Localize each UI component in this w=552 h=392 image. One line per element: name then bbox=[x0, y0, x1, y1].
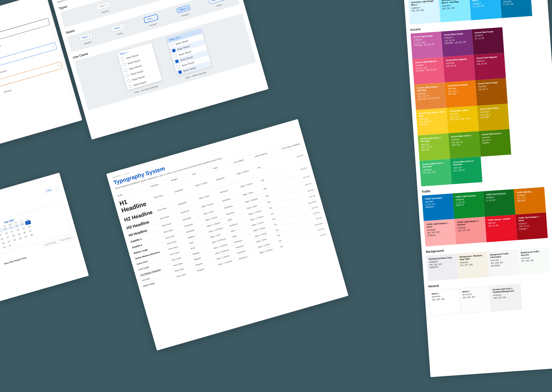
filter-dropdown-open-selected[interactable]: Filters (3) ▾ Basic Result✓Basic ResultB… bbox=[166, 28, 212, 76]
color-swatch: Traffic Warning#D86E00191, 72, 0#BF4800 bbox=[514, 187, 546, 215]
color-swatch: Accent Dark Green 1#45840988, 132, 9#568… bbox=[479, 129, 511, 157]
color-swatch: Traffic Light Success#0B8A2E0, 135, 55#0… bbox=[452, 191, 485, 219]
color-swatch: Accent Base Green 1#59A018132, 204, 34#8… bbox=[448, 131, 481, 159]
viewport: Alert Title Non-Closable Alert Title Des… bbox=[0, 0, 552, 392]
filter-dropdown-open[interactable]: Filters ▾ Basic ResultBasic ResultBasic … bbox=[117, 42, 162, 90]
color-swatch: Secondary Light Bright Blue 3#20B6F510, … bbox=[469, 0, 502, 20]
color-swatch: Accent Dark Magenta#9B1341155, 20, 65 bbox=[474, 53, 506, 80]
swatch-grid: Accent Light Purple#C861A8213, 97, 168#A… bbox=[410, 24, 552, 186]
color-swatch: Traffic Light Danger 2 - Pressed#F994952… bbox=[454, 217, 487, 244]
color-swatch: Accent Base Magenta#CE3262206, 50, 98 bbox=[443, 55, 475, 82]
artboard-color-palette: SecondarySecondary Light Bright Blue 1#D… bbox=[403, 0, 552, 377]
color-swatch: Traffic Informative#0073BD0, 179, 175#00… bbox=[422, 193, 454, 221]
color-swatch: Background - Weekend Data Table#F5F1E424… bbox=[457, 251, 489, 279]
pill-label: Filters bbox=[119, 52, 126, 56]
pill-label: Filters bbox=[99, 4, 105, 8]
color-swatch: Accent Base Green 2 - Heat Map#0FA15A142… bbox=[450, 157, 483, 184]
chevron-down-icon: ▾ bbox=[106, 3, 108, 6]
color-swatch: Traffic Light Danger 1 - Hover#FFB0B0255… bbox=[424, 219, 456, 247]
chevron-down-icon: ▾ bbox=[89, 35, 90, 37]
checkbox-icon: ✓ bbox=[178, 70, 182, 74]
color-swatch: Accent Dark Orange#A35400163, 84, 0 bbox=[475, 78, 508, 106]
chevron-down-icon: ▾ bbox=[186, 7, 188, 9]
color-swatch: Background Traffic Success#F7FCF8247, 25… bbox=[518, 247, 550, 275]
checkbox-icon bbox=[128, 84, 132, 88]
color-swatch: Accent Base Yellow#EFC206236, 194, 6#ECC… bbox=[447, 106, 479, 133]
color-swatch: Secondary Light Bright Blue 1#D9F5FF228,… bbox=[408, 0, 441, 24]
color-swatch: Neutral Light Gray 1 - Disabled Backgrou… bbox=[490, 284, 522, 311]
close-icon[interactable]: × bbox=[57, 64, 60, 67]
filter-pill-hover[interactable]: Filters▾ bbox=[111, 23, 125, 32]
color-swatch: Traffic Danger - Default#E81327216, 19, … bbox=[485, 215, 517, 242]
color-swatch: Accent Light Green 1 - Heat Map#90C42C15… bbox=[418, 133, 450, 161]
cell: 64px / 4.5rem bbox=[237, 167, 258, 175]
artboard-calendar: Today › Start End Select Dates Feb 2023 … bbox=[0, 173, 89, 312]
calendar-day[interactable]: 30 bbox=[1, 245, 7, 250]
color-swatch: Accent Dark Yellow#CAA300202, 163, 0#CAA… bbox=[477, 104, 510, 131]
pill-label: Filters bbox=[114, 26, 120, 30]
color-swatch: Accent Base Orange#EF7B0A239, 118, 0#EF7… bbox=[445, 80, 477, 108]
checkbox-icon bbox=[121, 57, 125, 61]
artboard-typography: PRODUCT · UI KIT Typography System Hilto… bbox=[106, 119, 348, 350]
cell: text-6xl bbox=[278, 154, 303, 163]
caption: Inactive bbox=[101, 10, 109, 14]
cell: 56px / 3.5rem bbox=[195, 179, 216, 187]
pill-label: Filters bbox=[81, 35, 88, 39]
color-swatch: Background Traffic Informative#F7F7F8251… bbox=[487, 249, 520, 277]
close-icon[interactable]: × bbox=[52, 45, 54, 48]
cell: Extrabold bbox=[174, 185, 196, 193]
pill-label: Filters bbox=[146, 17, 153, 21]
color-swatch: Background Base Color#EEEDF2240, 240, 24… bbox=[426, 253, 459, 281]
pill-label: Filters bbox=[179, 7, 185, 11]
caption: Hover bbox=[117, 32, 123, 36]
caption: Enabled bbox=[84, 41, 92, 45]
color-swatch: Accent Light Magenta#F05B81216, 91, 129#… bbox=[412, 57, 445, 84]
color-swatch: White 1#FFFFFF255, 255, 255 bbox=[429, 288, 461, 316]
color-swatch: Accent Light Purple#C861A8213, 97, 168#A… bbox=[410, 31, 443, 59]
calendar-month-right: Mar 2023 SunMonTueWedThuFriSat1234567891… bbox=[0, 214, 36, 252]
caption: Pressed bbox=[181, 13, 189, 17]
cell: 0% bbox=[257, 161, 279, 169]
color-swatch: Traffic Dark Danger 1 - Hover#A20C17148,… bbox=[515, 213, 548, 240]
checkbox-icon bbox=[173, 54, 177, 58]
chevron-down-icon: ▾ bbox=[154, 16, 155, 19]
color-swatch bbox=[520, 282, 552, 309]
checkbox-icon bbox=[127, 79, 131, 83]
color-swatch: Accent Light Yellow - Heat Map#FFD12B251… bbox=[416, 108, 448, 136]
color-swatch: Secondary Dark Bright Blue 1#0076A80, 11… bbox=[500, 0, 532, 18]
pill-label: Filters (3) bbox=[211, 0, 221, 2]
color-swatch bbox=[481, 154, 513, 182]
next-month-icon[interactable]: › bbox=[54, 186, 59, 191]
chevron-down-icon: ▾ bbox=[180, 36, 181, 38]
color-swatch: White 2#FCFCFD252, 252, 253 bbox=[459, 286, 491, 314]
color-swatch: Accent Dark Purple#5F0E3787, 14, 55 bbox=[472, 27, 504, 55]
cell: Noto Sans bbox=[154, 191, 175, 199]
chevron-down-icon: ▾ bbox=[121, 26, 123, 28]
calendar-day[interactable]: 25 bbox=[11, 237, 18, 242]
cell: Sentence bbox=[216, 173, 237, 181]
swatch-grid: Traffic Informative#0073BD0, 179, 175#00… bbox=[422, 186, 552, 246]
checkbox-icon bbox=[125, 74, 129, 78]
color-swatch: Accent Light Green 2 - Heat Map#3DBE6E17… bbox=[419, 159, 452, 186]
checkbox-icon: ✓ bbox=[172, 49, 176, 53]
color-swatch: Accent Base Purple#7B2E7A132, 35, 86#B42… bbox=[441, 29, 474, 57]
filter-pill-focused[interactable]: Filters▾ bbox=[144, 14, 158, 23]
filter-pill-enabled[interactable]: Filters▾ bbox=[79, 33, 93, 41]
checkbox-icon bbox=[124, 68, 128, 72]
caption: Active bbox=[216, 4, 222, 7]
calendar-day[interactable]: 31 bbox=[7, 243, 13, 248]
color-swatch: Traffic Dark Success#0F6E220, 110, 50 bbox=[483, 189, 515, 217]
calendar-day[interactable]: 26 bbox=[17, 236, 23, 241]
color-swatch: Secondary Light Bright Blue 2 - Heat Map… bbox=[439, 0, 471, 22]
calendar-day[interactable]: 28 bbox=[29, 232, 35, 238]
filter-pill-inactive[interactable]: Filters ▾ bbox=[96, 2, 111, 10]
chevron-down-icon: ▾ bbox=[127, 51, 128, 53]
checkbox-icon bbox=[177, 65, 180, 69]
checkbox-icon: ✓ bbox=[175, 59, 179, 63]
filter-pill-active[interactable]: Filters (3)▾ bbox=[209, 0, 226, 4]
filter-pill-pressed[interactable]: Filters▾ bbox=[176, 5, 191, 14]
checkbox-icon bbox=[170, 43, 174, 47]
calendar-day[interactable]: 27 bbox=[23, 234, 29, 239]
caption: Focused bbox=[149, 23, 157, 27]
checkbox-icon bbox=[122, 63, 126, 67]
